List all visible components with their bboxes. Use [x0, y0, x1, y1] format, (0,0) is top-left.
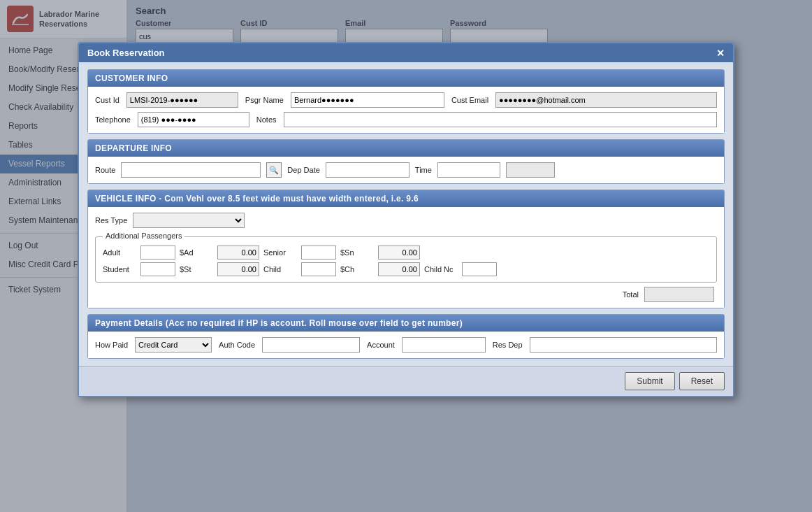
cust-id-field-modal[interactable]: [127, 92, 238, 108]
payment-section: Payment Details (Acc no required if HP i…: [127, 314, 725, 359]
payment-row: How Paid Credit Card Cash Account HP Acc…: [127, 337, 717, 353]
senior-label: Senior: [263, 248, 297, 257]
pass-row-2: Student $St Child $Ch Child Nc: [127, 262, 709, 276]
departure-info-section: DEPARTURE INFO Route 🔍 Dep Date Time: [127, 139, 725, 184]
departure-info-header: DEPARTURE INFO: [127, 140, 724, 157]
route-search-button[interactable]: 🔍: [266, 162, 282, 178]
sch-input[interactable]: [378, 262, 420, 276]
passengers-legend: Additional Passengers: [127, 232, 184, 240]
res-dep-label: Res Dep: [493, 341, 523, 349]
notes-label: Notes: [256, 115, 277, 124]
payment-body: How Paid Credit Card Cash Account HP Acc…: [127, 332, 724, 358]
modal-body: CUSTOMER INFO Cust Id Psgr Name Cust Ema…: [127, 62, 733, 366]
sst-label: $St: [180, 265, 213, 273]
submit-button[interactable]: Submit: [625, 372, 674, 390]
res-type-row: Res Type Passenger Vehicle Cargo: [127, 213, 717, 228]
ssn-label: $Sn: [340, 248, 374, 257]
total-input: [644, 287, 714, 302]
vehicle-info-body: Res Type Passenger Vehicle Cargo Additio…: [127, 207, 724, 308]
sad-label: $Ad: [180, 248, 213, 257]
adult-label: Adult: [127, 248, 136, 257]
modal-footer: Submit Reset: [127, 366, 733, 396]
departure-info-body: Route 🔍 Dep Date Time: [127, 157, 724, 183]
modal-overlay: Book Reservation ✕ CUSTOMER INFO Cust Id…: [127, 0, 812, 512]
child-label: Child: [263, 265, 297, 273]
book-reservation-modal: Book Reservation ✕ CUSTOMER INFO Cust Id…: [127, 42, 734, 397]
main-content: Search Customer Cust ID Email Password: [127, 0, 812, 512]
time-label: Time: [415, 166, 432, 174]
ssn-input[interactable]: [378, 246, 420, 259]
customer-info-row1: Cust Id Psgr Name Cust Email: [127, 92, 717, 108]
vehicle-info-header: VEHICLE INFO - Com Vehl over 8.5 feet wi…: [127, 190, 724, 207]
res-type-select[interactable]: Passenger Vehicle Cargo: [133, 213, 245, 228]
adult-input[interactable]: [140, 246, 175, 259]
account-label: Account: [367, 341, 395, 349]
sch-label: $Ch: [340, 265, 374, 273]
student-label: Student: [127, 265, 136, 273]
child-nc-input[interactable]: [462, 262, 497, 276]
auth-code-label: Auth Code: [219, 341, 255, 349]
customer-info-header: CUSTOMER INFO: [127, 70, 724, 87]
customer-info-section: CUSTOMER INFO Cust Id Psgr Name Cust Ema…: [127, 69, 725, 134]
senior-input[interactable]: [301, 246, 336, 259]
cust-email-input[interactable]: [495, 92, 717, 108]
psgr-name-input[interactable]: [291, 92, 444, 108]
how-paid-select[interactable]: Credit Card Cash Account HP Account: [135, 337, 212, 353]
total-label: Total: [623, 290, 639, 299]
pass-row-1: Adult $Ad Senior $Sn: [127, 246, 709, 259]
payment-header: Payment Details (Acc no required if HP i…: [127, 315, 724, 332]
cust-email-label: Cust Email: [451, 96, 488, 104]
total-row: Total: [127, 283, 717, 302]
time-input[interactable]: [437, 162, 500, 178]
customer-info-body: Cust Id Psgr Name Cust Email Telephone N…: [127, 87, 724, 133]
dep-date-label: Dep Date: [287, 166, 319, 174]
child-nc-label: Child Nc: [424, 265, 458, 273]
psgr-name-label: Psgr Name: [245, 96, 284, 104]
passengers-group: Additional Passengers Adult $Ad Senior: [127, 236, 717, 283]
vehicle-info-section: VEHICLE INFO - Com Vehl over 8.5 feet wi…: [127, 190, 725, 308]
how-paid-label: How Paid: [127, 341, 128, 349]
passengers-rows: Adult $Ad Senior $Sn: [127, 246, 709, 276]
student-input[interactable]: [140, 262, 175, 276]
telephone-label: Telephone: [127, 115, 131, 124]
res-dep-input[interactable]: [530, 337, 717, 353]
search-icon: 🔍: [269, 166, 279, 175]
reset-button[interactable]: Reset: [679, 372, 725, 390]
auth-code-input[interactable]: [262, 337, 360, 353]
time-display: [506, 162, 555, 178]
sad-input[interactable]: [217, 246, 259, 259]
notes-input[interactable]: [284, 112, 717, 127]
customer-info-row2: Telephone Notes: [127, 112, 717, 127]
route-input[interactable]: [127, 162, 261, 178]
modal-close-button[interactable]: ✕: [716, 48, 725, 58]
account-input[interactable]: [402, 337, 486, 353]
telephone-input[interactable]: [138, 112, 249, 127]
dep-date-input[interactable]: [326, 162, 409, 178]
sst-input[interactable]: [217, 262, 259, 276]
child-input[interactable]: [301, 262, 336, 276]
modal-title: Book Reservation: [127, 48, 165, 58]
modal-header: Book Reservation ✕: [127, 43, 733, 62]
